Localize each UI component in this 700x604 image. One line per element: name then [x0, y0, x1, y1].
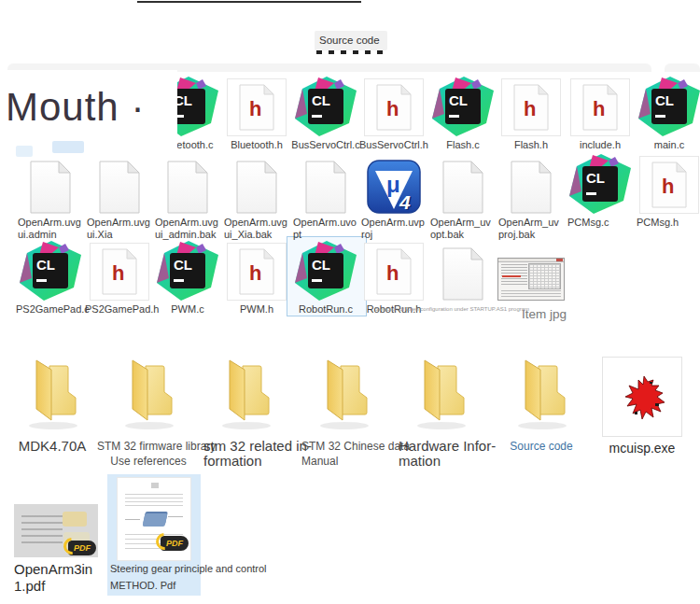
- exe-tile[interactable]: mcuisp.exe: [591, 357, 693, 456]
- folder-icon: [118, 358, 179, 435]
- file-tile[interactable]: OpenArm_uvproj.bak: [497, 156, 566, 241]
- file-tile[interactable]: CL PWM.c: [153, 239, 222, 316]
- clion-icon: CL: [432, 75, 494, 136]
- header-icon: h: [90, 239, 149, 301]
- file-tile[interactable]: OpenArm.uvgui_Xia.bak: [222, 156, 291, 241]
- file-label: main.c: [654, 139, 684, 151]
- document-label: OpenArm3in1.pdf: [14, 561, 103, 595]
- panel-band-right: [665, 63, 700, 72]
- header-icon: h: [227, 75, 287, 136]
- folder-tile[interactable]: stm 32 related in-formation: [194, 358, 297, 469]
- text-overlay: Mouth ·: [0, 70, 177, 152]
- file-tile[interactable]: μ 4 4 OpenArm.uvproj: [359, 156, 428, 241]
- folder-tile[interactable]: STM 32 Chinese dataManual: [292, 358, 395, 469]
- svg-text:h: h: [524, 97, 536, 120]
- folder-label: STM 32 firmware libraryUse references: [97, 439, 200, 469]
- file-label: PS2GamePad.c: [16, 303, 85, 316]
- svg-text:CL: CL: [449, 92, 468, 108]
- file-label: OpenArm.uvgui_Xia.bak: [224, 217, 289, 241]
- file-tile[interactable]: CL PCMsg.c: [566, 156, 635, 229]
- file-tile[interactable]: CL PS2GamePad.c: [16, 239, 85, 316]
- folder-tile[interactable]: STM 32 firmware libraryUse references: [97, 358, 200, 469]
- svg-text:h: h: [386, 97, 399, 120]
- file-label: OpenArm.uvgui.Xia: [87, 217, 152, 241]
- page-icon: [442, 156, 483, 214]
- svg-text:CL: CL: [312, 92, 330, 108]
- clion-icon: CL: [569, 156, 631, 214]
- file-tile[interactable]: CL RobotRun.c: [291, 239, 360, 316]
- clipped-text-fragment: [316, 50, 384, 54]
- file-tile[interactable]: h PWM.h: [222, 239, 291, 316]
- file-tile[interactable]: CL BusServoCtrl.c: [291, 75, 360, 151]
- file-tile[interactable]: h Flash.h: [497, 75, 566, 151]
- svg-text:h: h: [112, 261, 124, 285]
- file-label: OpenArm.uvgui_admin.bak: [155, 217, 220, 241]
- header-icon: h: [364, 75, 424, 136]
- drag-tooltip: Source code: [315, 31, 387, 50]
- folder-label: STM 32 Chinese dataManual: [292, 439, 395, 469]
- file-label: Item jpg: [522, 308, 567, 320]
- page-icon: [442, 239, 483, 301]
- file-label: include.h: [580, 139, 621, 151]
- folder-tile[interactable]: Hardware Infor-mation: [389, 358, 492, 469]
- thumbnail-header-mark: [151, 483, 159, 488]
- file-label: Selection of Zhen configuration under ST…: [375, 303, 515, 316]
- file-tile[interactable]: OpenArm.uvopt: [291, 156, 360, 241]
- pdf-thumbnail: PDF: [117, 477, 191, 561]
- svg-text:h: h: [249, 261, 261, 285]
- folder-icon: [313, 358, 374, 435]
- file-label: PWM.h: [240, 303, 273, 316]
- file-tile[interactable]: OpenArm.uvgui.Xia: [85, 156, 154, 241]
- pdf-badge-icon: PDF: [68, 541, 96, 555]
- folder-label: mcuisp.exe: [591, 441, 693, 456]
- file-label: OpenArm.uvproj: [361, 217, 427, 241]
- svg-text:CL: CL: [655, 92, 674, 108]
- folder-label: stm 32 related in-formation: [194, 439, 297, 469]
- file-label: OpenArm.uvopt: [293, 217, 358, 241]
- document-tile-steering-pdf[interactable]: PDF Steering gear principle and control …: [107, 474, 201, 596]
- file-label: PCMsg.c: [567, 217, 633, 229]
- file-tile[interactable]: h Bluetooth.h: [222, 75, 291, 151]
- file-tile[interactable]: OpenArm.uvgui_admin.bak: [153, 156, 222, 241]
- file-tile[interactable]: CL main.c: [635, 75, 700, 151]
- folder-tile[interactable]: MDK4.70A: [1, 358, 104, 454]
- file-tile[interactable]: OpenArm.uvgui.admin: [16, 156, 85, 241]
- svg-text:h: h: [249, 97, 261, 120]
- svg-text:μ: μ: [386, 172, 400, 197]
- header-icon: h: [501, 75, 561, 136]
- file-tile[interactable]: OpenArm_uvopt.bak: [428, 156, 497, 241]
- svg-text:4: 4: [399, 191, 411, 213]
- page-icon: [511, 156, 552, 214]
- page-icon: [167, 156, 208, 214]
- document-tile-openarm-pdf[interactable]: PDF OpenArm3in1.pdf: [14, 504, 103, 595]
- clion-icon: CL: [157, 239, 218, 301]
- page-icon: [236, 156, 277, 214]
- document-label-line2: METHOD. Pdf: [110, 580, 222, 591]
- file-label: OpenArm_uvproj.bak: [498, 217, 564, 241]
- page-icon: [99, 156, 140, 214]
- header-icon: h: [364, 239, 424, 301]
- file-label: OpenArm_uvopt.bak: [430, 217, 496, 241]
- file-label: PS2GamePad.h: [85, 303, 154, 316]
- page-icon: [305, 156, 346, 214]
- pdf-thumbnail: PDF: [14, 504, 98, 557]
- svg-text:CL: CL: [174, 257, 192, 273]
- file-tile[interactable]: Selection of Zhen configuration under ST…: [428, 239, 497, 316]
- folder-icon: [215, 358, 276, 435]
- folder-tile[interactable]: Source code: [490, 358, 593, 454]
- file-tile[interactable]: CL Flash.c: [428, 75, 497, 151]
- file-tile[interactable]: Item jpg: [497, 239, 566, 320]
- leader-line: [125, 519, 140, 520]
- top-divider-line: [137, 1, 361, 3]
- file-tile[interactable]: h PS2GamePad.h: [85, 239, 154, 316]
- overlay-text: Mouth ·: [6, 85, 145, 130]
- file-tile[interactable]: h include.h: [566, 75, 635, 151]
- keil-icon: μ 4 4: [367, 156, 421, 214]
- file-label: PWM.c: [171, 303, 203, 316]
- pdf-badge-icon: PDF: [161, 536, 189, 551]
- folder-icon: [21, 358, 83, 435]
- clion-icon: CL: [295, 75, 357, 136]
- file-label: Flash.c: [446, 139, 479, 151]
- file-tile[interactable]: h BusServoCtrl.h: [359, 75, 428, 151]
- file-tile[interactable]: h PCMsg.h: [635, 156, 700, 229]
